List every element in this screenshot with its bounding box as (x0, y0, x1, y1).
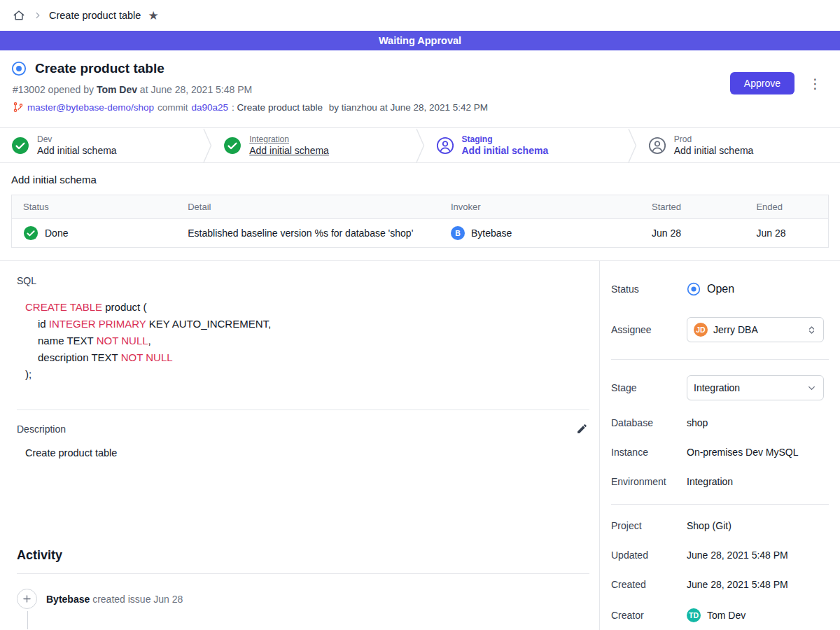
activity-action: created issue (90, 594, 153, 605)
commit-word: commit (158, 102, 188, 113)
assignee-avatar: JD (694, 323, 708, 337)
task-section: Add initial schema Status Detail Invoker… (0, 163, 840, 260)
sidebar-divider (611, 504, 829, 505)
breadcrumb: Create product table ★ (0, 0, 840, 31)
issue-open-icon (11, 61, 27, 76)
commit-hash-link[interactable]: da90a25 (192, 102, 229, 113)
activity-item: Bytebase created issue Jun 28 (17, 589, 589, 609)
edit-pencil-icon[interactable] (575, 421, 589, 436)
sql-keyword: INTEGER PRIMARY (49, 318, 146, 330)
stage-env-label: Prod (674, 134, 754, 144)
issue-meta: #13002 opened by Tom Dev at June 28, 202… (13, 84, 823, 95)
content-split: SQL CREATE TABLE product ( id INTEGER PR… (0, 260, 840, 630)
breadcrumb-page-title: Create product table (49, 10, 141, 21)
instance-label: Instance (611, 447, 687, 458)
stage-value: Integration (694, 382, 740, 393)
sql-keyword: NOT NULL (97, 335, 148, 346)
task-invoker: Bytebase (471, 227, 512, 239)
status-value: Open (707, 283, 734, 295)
assignee-label: Assignee (611, 324, 687, 335)
environment-value: Integration (687, 476, 733, 487)
stage-task-label: Add initial schema (249, 145, 329, 156)
commit-row: master@bytebase-demo/shopcommitda90a25: … (13, 102, 823, 113)
pipeline-stage-prod[interactable]: ProdAdd initial schema (637, 128, 840, 162)
creator-value: Tom Dev (707, 610, 746, 621)
stage-env-label: Dev (37, 134, 117, 144)
sql-code-block: CREATE TABLE product ( id INTEGER PRIMAR… (25, 299, 589, 383)
updated-value: June 28, 2021 5:48 PM (687, 550, 788, 561)
stage-task-label: Add initial schema (37, 145, 117, 156)
sql-text: name TEXT (38, 335, 97, 346)
col-header-invoker: Invoker (440, 195, 640, 219)
status-row: Status Open (611, 282, 829, 296)
commit-message: : Create product table (232, 102, 326, 113)
sidebar-divider (611, 359, 829, 360)
col-header-started: Started (640, 195, 745, 219)
updated-row: Updated June 28, 2021 5:48 PM (611, 550, 829, 561)
assignee-select[interactable]: JD Jerry DBA (687, 317, 824, 342)
project-label: Project (611, 520, 687, 531)
creator-label: Creator (611, 610, 687, 621)
main-column: SQL CREATE TABLE product ( id INTEGER PR… (0, 261, 599, 630)
branch-link[interactable]: master@bytebase-demo/shop (27, 102, 154, 113)
task-detail: Established baseline version %s for data… (188, 227, 413, 239)
created-row: Created June 28, 2021 5:48 PM (611, 579, 829, 590)
database-value: shop (687, 417, 708, 428)
instance-value: On-premises Dev MySQL (687, 447, 798, 458)
description-text: Create product table (25, 447, 589, 458)
task-ended: Jun 28 (756, 227, 785, 239)
instance-row: Instance On-premises Dev MySQL (611, 447, 829, 458)
issue-id-text: #13002 opened by (13, 84, 97, 95)
stage-env-label: Staging (462, 134, 549, 144)
activity-date: Jun 28 (153, 594, 183, 605)
assignee-value: Jerry DBA (713, 324, 758, 335)
check-circle-icon (23, 225, 38, 241)
task-heading: Add initial schema (11, 174, 829, 186)
pipeline-stage-staging[interactable]: StagingAdd initial schema (425, 128, 628, 162)
issue-header: Create product table #13002 opened by To… (0, 50, 840, 127)
stage-task-label: Add initial schema (462, 145, 549, 156)
creator-avatar: TD (687, 608, 701, 622)
favorite-star-icon[interactable]: ★ (148, 10, 158, 22)
task-status: Done (45, 227, 68, 239)
col-header-ended: Ended (745, 195, 828, 219)
sql-label: SQL (17, 275, 589, 286)
stage-separator (203, 128, 212, 162)
open-status-icon (687, 282, 701, 296)
issue-author: Tom Dev (97, 84, 137, 95)
sql-text: KEY AUTO_INCREMENT, (146, 318, 271, 330)
table-row: Done Established baseline version %s for… (12, 219, 829, 248)
activity-heading: Activity (17, 548, 589, 563)
updated-label: Updated (611, 550, 687, 561)
home-icon[interactable] (11, 8, 27, 23)
sql-text: , (148, 335, 151, 346)
assignee-row: Assignee JD Jerry DBA (611, 317, 829, 342)
activity-actor: Bytebase (46, 594, 90, 605)
description-label: Description (17, 424, 66, 435)
divider (17, 573, 589, 574)
stage-env-label: Integration (249, 134, 329, 144)
pipeline-stage-integration[interactable]: IntegrationAdd initial schema (212, 128, 415, 162)
task-table: Status Detail Invoker Started Ended Done… (11, 195, 829, 248)
stage-separator (628, 128, 637, 162)
environment-label: Environment (611, 476, 687, 487)
sql-line: id INTEGER PRIMARY KEY AUTO_INCREMENT, (25, 316, 589, 332)
chevron-down-icon (806, 383, 817, 393)
sql-keyword: NOT NULL (121, 351, 173, 363)
sql-line: name TEXT NOT NULL, (25, 332, 589, 349)
pipeline-stage-dev[interactable]: DevAdd initial schema (0, 128, 203, 162)
check-circle-icon (11, 136, 29, 155)
stage-row: Stage Integration (611, 375, 829, 400)
created-value: June 28, 2021 5:48 PM (687, 579, 788, 590)
sql-text: product ( (102, 301, 146, 313)
git-branch-icon (13, 102, 24, 113)
project-row: Project Shop (Git) (611, 520, 829, 531)
approval-banner: Waiting Approval (0, 31, 840, 50)
bytebase-app: Create product table ★ Waiting Approval … (0, 0, 840, 630)
database-label: Database (611, 417, 687, 428)
kebab-menu-icon[interactable]: ⋮ (804, 76, 826, 92)
stage-select[interactable]: Integration (687, 375, 824, 400)
sql-text: ); (25, 368, 31, 380)
chevron-right-icon (34, 11, 42, 20)
approve-button[interactable]: Approve (730, 72, 794, 94)
